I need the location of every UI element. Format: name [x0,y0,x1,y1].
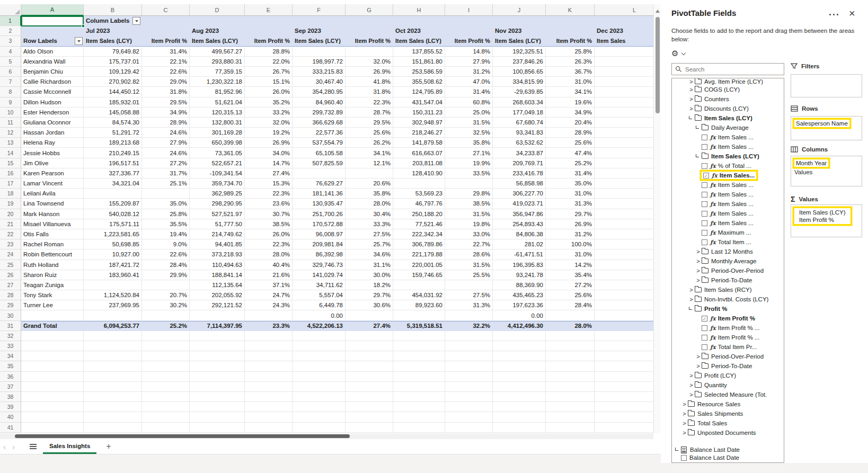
cell-C18[interactable] [142,189,190,199]
cell-H40[interactable] [393,412,445,422]
cell-D1[interactable] [190,16,245,26]
cell-K32[interactable] [546,331,595,341]
cell-D5[interactable]: 293,880.31 [190,57,245,67]
cell-B20[interactable]: 540,028.12 [84,209,142,219]
cell-J40[interactable] [493,412,546,422]
tree-item-period-over-period[interactable]: >Period-Over-Period [672,266,777,275]
cell-J11[interactable]: 67,680.74 [493,118,546,128]
cell-B19[interactable]: 155,209.87 [84,199,142,209]
expand-icon[interactable]: > [695,363,702,369]
cell-H28[interactable]: 454,031.92 [393,290,445,300]
cell-I19[interactable]: 38.5% [445,199,493,209]
cell-E34[interactable] [245,351,293,361]
tree-item-period-to-date[interactable]: >Period-To-Date [672,275,777,285]
cell-C5[interactable]: 22.1% [142,57,190,67]
cell-I26[interactable]: 25.5% [445,270,493,280]
cell-H32[interactable] [393,331,445,341]
cell-I4[interactable]: 14.8% [445,47,493,57]
cell-G8[interactable]: 31.8% [346,87,393,97]
collapse-icon[interactable] [689,116,692,119]
cell-K30[interactable] [546,310,595,320]
expand-icon[interactable]: > [688,287,695,293]
cell-K33[interactable] [546,341,595,351]
cell-H26[interactable]: 159,746.65 [393,270,445,280]
tree-item-cogs-lcy[interactable]: >COGS (LCY) [672,85,777,94]
cell-E12[interactable]: 19.2% [245,128,293,138]
row-header-6[interactable]: 6 [0,67,21,77]
cell-B33[interactable] [84,341,142,351]
expand-icon[interactable]: > [688,86,695,93]
cell-A17[interactable]: Lamar Vincent [21,179,84,189]
cell-C20[interactable]: 25.8% [142,209,190,219]
cell-K1[interactable] [546,16,595,26]
row-header-39[interactable]: 39 [0,402,21,412]
cell-E16[interactable]: 27.4% [245,168,293,179]
cell-H14[interactable]: 616,663.07 [393,148,445,158]
field-checkbox[interactable] [702,344,707,350]
cell-E11[interactable]: 32.0% [245,118,293,128]
cell-C16[interactable]: 31.7% [142,168,190,179]
cell-E2[interactable] [245,26,293,36]
cell-J4[interactable]: 192,325.51 [493,47,546,57]
cell-G23[interactable]: 25.7% [346,239,393,249]
cell-B3[interactable]: Item Sales (LCY) [84,36,142,46]
collapse-icon[interactable] [675,448,678,451]
row-header-9[interactable]: 9 [0,97,21,108]
cell-K8[interactable]: 34.1% [546,87,595,97]
cell-E36[interactable] [245,372,293,382]
cell-D6[interactable]: 77,359.15 [190,67,245,77]
cell-C24[interactable]: 22.6% [142,249,190,260]
cell-B40[interactable] [84,412,142,422]
sheet-tab-sales-insights[interactable]: Sales Insights [43,439,96,454]
cell-F34[interactable] [293,351,346,361]
values-area-box[interactable]: Item Sales (LCY)Item Profit % [791,204,862,237]
cell-G15[interactable]: 12.1% [346,158,393,168]
col-header-B[interactable]: B [84,4,142,16]
cell-C1[interactable] [142,16,190,26]
cell-H30[interactable] [393,310,445,320]
tree-item-counters[interactable]: >Counters [672,94,777,104]
collapse-icon[interactable] [696,126,699,129]
cell-J25[interactable]: 196,395.83 [493,260,546,270]
tree-item-item-profit[interactable]: ✓ƒxItem Profit % [672,314,777,323]
cell-I9[interactable]: 60.8% [445,97,493,108]
cell-D41[interactable] [190,423,245,433]
cell-B6[interactable]: 109,129.42 [84,67,142,77]
add-sheet-button[interactable]: + [101,439,116,454]
tree-item-profit[interactable]: Profit % [672,304,777,314]
cell-C26[interactable]: 29.9% [142,270,190,280]
cell-K10[interactable]: 34.9% [546,108,595,118]
cell-D9[interactable]: 51,621.04 [190,97,245,108]
cell-A15[interactable]: Jim Olive [21,158,84,168]
cell-F39[interactable] [293,402,346,412]
cell-F41[interactable] [293,423,346,433]
col-header-K[interactable]: K [546,4,595,16]
area-field-salesperson-name[interactable]: Salesperson Name [794,120,849,127]
cell-G16[interactable] [346,168,393,179]
cell-A29[interactable]: Turner Lee [21,300,84,310]
cell-J13[interactable]: 63,532.62 [493,138,546,148]
tree-item-item-sales-lcy[interactable]: Item Sales (LCY) [672,113,777,123]
row-header-17[interactable]: 17 [0,179,21,189]
field-checkbox[interactable] [702,201,707,207]
cell-E6[interactable]: 26.7% [245,67,293,77]
expand-icon[interactable]: > [695,277,702,283]
cell-K12[interactable]: 28.9% [546,128,595,138]
cell-B14[interactable]: 210,249.15 [84,148,142,158]
cell-F2[interactable]: Sep 2023 [293,26,346,36]
cell-J31[interactable]: 4,412,496.30 [493,321,546,331]
cell-D20[interactable]: 527,521.97 [190,209,245,219]
cell-G12[interactable]: 25.6% [346,128,393,138]
cell-D36[interactable] [190,372,245,382]
cell-D15[interactable]: 522,657.21 [190,158,245,168]
cell-K17[interactable]: 35.0% [546,179,595,189]
cell-F19[interactable]: 130,935.47 [293,199,346,209]
cell-F12[interactable]: 22,577.36 [293,128,346,138]
cell-E38[interactable] [245,392,293,402]
cell-G14[interactable]: 34.1% [346,148,393,158]
row-header-41[interactable]: 41 [0,423,21,433]
row-header-13[interactable]: 13 [0,138,21,148]
cell-I21[interactable]: 19.8% [445,219,493,229]
cell-B17[interactable]: 34,321.04 [84,179,142,189]
cell-C28[interactable]: 20.7% [142,290,190,300]
